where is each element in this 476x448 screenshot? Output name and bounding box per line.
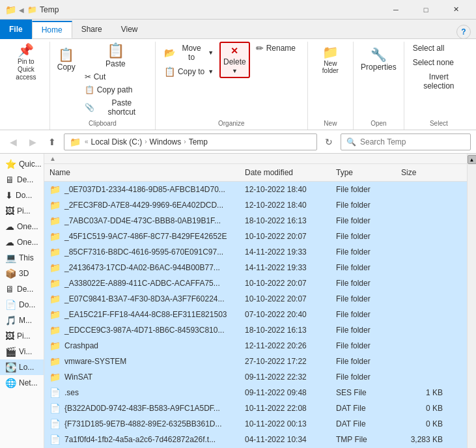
file-size-0: [396, 188, 448, 191]
sidebar-item-9[interactable]: 📄 Do...: [0, 297, 44, 313]
delete-x-icon: ✕: [231, 46, 238, 56]
col-header-date[interactable]: Date modified: [240, 165, 331, 180]
table-row[interactable]: 📄{F731D185-9E7B-4882-89E2-6325BB361D... …: [44, 416, 467, 432]
col-header-type[interactable]: Type: [331, 165, 396, 180]
breadcrumb-drive[interactable]: Local Disk (C:): [91, 137, 143, 147]
file-icon-14: 📄: [49, 403, 61, 413]
tab-share[interactable]: Share: [72, 20, 112, 38]
help-button[interactable]: ?: [456, 25, 471, 39]
sidebar-icon-7: 📦: [5, 268, 16, 279]
paste-shortcut-button[interactable]: 📎 Paste shortcut: [80, 96, 151, 119]
cut-button[interactable]: ✂ Cut: [80, 70, 151, 83]
sidebar-item-0[interactable]: ⭐ Quic...: [0, 156, 44, 172]
delete-button[interactable]: ✕ Delete ▼: [219, 42, 250, 78]
scrollbar[interactable]: ▲ ▼: [467, 154, 476, 448]
table-row[interactable]: 📁vmware-SYSTEM 27-10-2022 17:22 File fol…: [44, 354, 467, 369]
table-row[interactable]: 📁_24136473-17CD-4A02-B6AC-944B00B77... 1…: [44, 260, 467, 275]
file-type-15: DAT File: [331, 417, 396, 430]
table-row[interactable]: 📄7a1f0fd4-1fb2-4a5a-a2c6-7d462872a26f.t.…: [44, 432, 467, 447]
address-bar[interactable]: 📁 « Local Disk (C:) › Windows › Temp: [64, 133, 317, 150]
select-none-button[interactable]: Select none: [408, 56, 469, 69]
copy-button[interactable]: 📋 Copy: [54, 42, 79, 78]
scroll-up-btn[interactable]: ▲: [468, 155, 477, 164]
folder-icon-9: 📁: [49, 325, 61, 335]
search-input[interactable]: [360, 137, 465, 147]
file-name-13: 📄.ses: [44, 385, 240, 400]
sidebar-item-7[interactable]: 📦 3D: [0, 266, 44, 281]
sidebar-item-10[interactable]: 🎵 M...: [0, 313, 44, 328]
table-row[interactable]: 📁_7ABC03A7-DD4E-473C-BBB8-0AB19B1F... 18…: [44, 213, 467, 229]
sidebar-item-14[interactable]: 🌐 Net...: [0, 375, 44, 391]
table-row[interactable]: 📄.ses 09-11-2022 09:48 SES File 1 KB: [44, 385, 467, 400]
table-row[interactable]: 📁_E07C9841-B3A7-4F30-8D3A-A3F7F60224... …: [44, 291, 467, 307]
search-box[interactable]: 🔍: [341, 133, 471, 150]
rename-button[interactable]: ✏ Rename: [251, 42, 303, 55]
maximize-button[interactable]: □: [411, 0, 441, 20]
tab-view[interactable]: View: [112, 20, 148, 38]
properties-button[interactable]: 🔧 Properties: [357, 42, 400, 78]
tab-home[interactable]: Home: [32, 21, 72, 38]
sidebar-item-11[interactable]: 🖼 Pi...: [0, 328, 44, 344]
sidebar-item-1[interactable]: 🖥 De...: [0, 172, 44, 188]
sidebar-item-3[interactable]: 🖼 Pi...: [0, 203, 44, 219]
copy-path-button[interactable]: 📋 Copy path: [80, 83, 151, 96]
new-folder-button[interactable]: 📁 New folder: [312, 42, 350, 78]
file-name-2: 📁_7ABC03A7-DD4E-473C-BBB8-0AB19B1F...: [44, 214, 240, 228]
sidebar-item-2[interactable]: ⬇ Do...: [0, 188, 44, 203]
file-icon-15: 📄: [49, 419, 61, 429]
table-row[interactable]: 📁_85CF7316-B8DC-4616-9595-670E091C97... …: [44, 244, 467, 260]
close-button[interactable]: ✕: [441, 0, 471, 20]
tab-file[interactable]: File: [0, 20, 32, 39]
table-row[interactable]: 📁_45F1C519-9AC7-486F-8C77-B429FE42652E 1…: [44, 229, 467, 244]
file-size-7: [396, 297, 448, 301]
pin-quickaccess-button[interactable]: 📌 Pin to Quick access: [7, 42, 46, 83]
file-name-12: 📁WinSAT: [44, 370, 240, 384]
file-name-0: 📁_0E7037D1-2334-4186-9D85-AFBCB14D70...: [44, 182, 240, 197]
invert-selection-button[interactable]: Invert selection: [408, 70, 469, 92]
file-icon-16: 📄: [49, 434, 61, 445]
delete-dropdown-icon: ▼: [232, 68, 238, 74]
file-date-2: 18-10-2022 16:13: [240, 214, 331, 227]
back-button[interactable]: ◀: [5, 134, 21, 150]
table-row[interactable]: 📁_EA15C21F-FF18-4A44-8C88-EF311E821503 0…: [44, 307, 467, 322]
minimize-button[interactable]: ─: [381, 0, 411, 20]
move-to-button[interactable]: 📂 Move to ▼: [160, 42, 218, 64]
sidebar-item-6[interactable]: 💻 This: [0, 250, 44, 266]
file-name-10: 📁Crashpad: [44, 339, 240, 353]
col-header-size[interactable]: Size: [396, 165, 448, 180]
table-row[interactable]: 📁_EDCCE9C3-987A-4D71-8B6C-84593C810... 1…: [44, 322, 467, 338]
copy-to-button[interactable]: 📋 Copy to ▼: [160, 65, 218, 78]
window-title: Temp: [40, 5, 59, 14]
folder-icon-10: 📁: [49, 341, 61, 351]
select-all-button[interactable]: Select all: [408, 42, 469, 55]
sidebar-item-4[interactable]: ☁ One...: [0, 219, 44, 234]
breadcrumb-temp[interactable]: Temp: [189, 137, 208, 147]
up-button[interactable]: ⬆: [44, 134, 60, 150]
forward-button[interactable]: ▶: [25, 134, 40, 150]
refresh-button[interactable]: ↻: [321, 134, 337, 150]
sidebar-item-5[interactable]: ☁ One...: [0, 234, 44, 250]
breadcrumb-prev: «: [85, 138, 89, 145]
sidebar-item-13[interactable]: 💽 Lo...: [0, 359, 44, 375]
table-row[interactable]: 📁_2FEC3F8D-A7E8-4429-9969-6EA402DCD... 1…: [44, 197, 467, 213]
move-dropdown-icon: ▼: [208, 49, 214, 56]
sidebar-item-8[interactable]: 🖥 De...: [0, 281, 44, 297]
paste-button[interactable]: 📋 Paste: [80, 42, 151, 70]
file-size-12: [396, 375, 448, 379]
sidebar-icon-3: 🖼: [5, 206, 14, 216]
table-row[interactable]: 📁_A338022E-A889-411C-ADBC-ACAFFA75... 10…: [44, 275, 467, 291]
table-row[interactable]: 📁WinSAT 09-11-2022 22:32 File folder: [44, 369, 467, 385]
breadcrumb-windows[interactable]: Windows: [150, 137, 182, 147]
folder-icon-0: 📁: [49, 184, 61, 195]
sidebar-icon-11: 🖼: [5, 331, 14, 341]
table-row[interactable]: 📁_0E7037D1-2334-4186-9D85-AFBCB14D70... …: [44, 182, 467, 197]
sidebar-label-5: One...: [17, 238, 38, 247]
ribbon-tabs: File Home Share View ?: [0, 20, 476, 39]
sidebar-icon-0: ⭐: [5, 159, 16, 169]
sidebar-label-1: De...: [17, 175, 33, 184]
col-header-name[interactable]: Name: [44, 165, 240, 180]
copy-to-icon: 📋: [164, 67, 175, 76]
sidebar-item-12[interactable]: 🎬 Vi...: [0, 344, 44, 359]
table-row[interactable]: 📁Crashpad 12-11-2022 20:26 File folder: [44, 338, 467, 354]
table-row[interactable]: 📄{B322AD0D-9742-483F-B583-A9FC1A5DF... 1…: [44, 400, 467, 416]
